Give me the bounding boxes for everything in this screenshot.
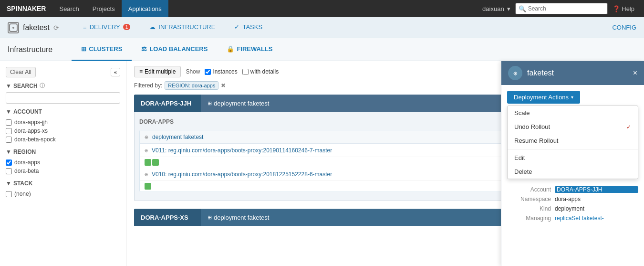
close-panel-button[interactable]: ×: [633, 69, 637, 77]
panel-title: ⎈ faketest: [508, 66, 554, 80]
stack-item-0: (none): [6, 190, 120, 198]
instances-checkbox[interactable]: [205, 69, 211, 75]
info-icon: ⓘ: [40, 82, 45, 89]
helm-panel-icon: ⎈: [508, 66, 522, 80]
global-search-input[interactable]: [528, 5, 604, 12]
info-row-kind: Kind deployment: [507, 204, 638, 213]
top-nav: SPINNAKER Search Projects Applications d…: [0, 0, 644, 17]
info-table: Account DORA-APPS-JJH Namespace dora-app…: [507, 185, 638, 223]
grid-icon: ⊞: [81, 45, 86, 53]
deploy-actions-container: Deployment Actions ▾ Scale Undo Rollout …: [507, 91, 638, 179]
expand-region-icon: ▼: [6, 149, 11, 155]
help-icon: ❓: [613, 5, 620, 12]
refresh-icon[interactable]: ⟳: [53, 24, 59, 32]
menu-item-scale[interactable]: Scale: [508, 106, 638, 120]
clear-all-button[interactable]: Clear All: [6, 67, 36, 77]
nav-search[interactable]: Search: [52, 0, 85, 17]
helm-icon-v011: ⎈: [145, 147, 148, 154]
account-item-1: dora-apps-xs: [6, 127, 120, 135]
region-item-0: dora-apps: [6, 158, 120, 167]
stack-checkbox-0[interactable]: [6, 191, 12, 197]
app-name-section: faketest ⟳: [8, 22, 59, 33]
svg-point-1: [12, 27, 14, 29]
section-title: Infrastructure: [8, 45, 52, 54]
region-item-1: dora-beta: [6, 167, 120, 175]
region-checkbox-1[interactable]: [6, 168, 12, 174]
tab-tasks[interactable]: ✓ TASKS: [225, 17, 272, 38]
instances-check-label: Instances: [205, 68, 237, 75]
account-item-0: dora-apps-jjh: [6, 118, 120, 127]
filter-tag: REGION: dora-apps: [165, 81, 218, 90]
account-checkbox-2[interactable]: [6, 137, 12, 143]
right-panel-header: ⎈ faketest ×: [501, 61, 644, 85]
expand-stack-icon: ▼: [6, 180, 11, 187]
expand-account-icon: ▼: [6, 108, 11, 115]
tab-clusters[interactable]: ⊞ CLUSTERS: [72, 38, 132, 61]
checkmark-icon: ✓: [626, 124, 631, 130]
balance-icon: ⚖: [141, 45, 147, 53]
region-checkbox-0[interactable]: [6, 160, 12, 166]
sidebar-search[interactable]: [6, 92, 120, 104]
info-row-managing: Managing replicaSet faketest-: [507, 213, 638, 223]
main-content: Clear All « ▼ SEARCH ⓘ ▼ ACCOUNT dora-ap…: [0, 61, 644, 266]
grid-small-icon: ⊞: [208, 100, 212, 106]
caret-icon: ▾: [571, 95, 573, 100]
deployment-actions-button[interactable]: Deployment Actions ▾: [507, 91, 580, 104]
sidebar-search-input[interactable]: [6, 92, 120, 104]
info-row-namespace: Namespace dora-apps: [507, 194, 638, 204]
list-icon: ≡: [83, 23, 87, 31]
chevron-down-icon: ▾: [507, 5, 510, 12]
menu-item-delete[interactable]: Delete: [508, 165, 638, 179]
app-tabs: ≡ DELIVERY 1 ☁ INFRASTRUCTURE ✓ TASKS: [73, 17, 272, 38]
help-link[interactable]: ❓ Help: [608, 5, 639, 12]
nav-projects[interactable]: Projects: [86, 0, 122, 17]
account-checkbox-0[interactable]: [6, 119, 12, 126]
collapse-sidebar-button[interactable]: «: [111, 68, 120, 76]
infra-tabs: ⊞ CLUSTERS ⚖ LOAD BALANCERS 🔒 FIREWALLS: [72, 38, 282, 61]
instance-block: [152, 159, 159, 166]
with-details-checkbox[interactable]: [242, 69, 249, 75]
delivery-badge: 1: [123, 24, 131, 30]
list-edit-icon: ≡: [139, 68, 143, 75]
sidebar-search-section: ▼ SEARCH ⓘ: [6, 82, 120, 104]
tab-infrastructure[interactable]: ☁ INFRASTRUCTURE: [140, 17, 225, 38]
nav-applications[interactable]: Applications: [122, 0, 168, 17]
with-details-check-label: with details: [242, 68, 279, 75]
tab-firewalls[interactable]: 🔒 FIREWALLS: [217, 38, 282, 61]
account-checkbox-1[interactable]: [6, 128, 12, 134]
username: daixuan: [482, 5, 504, 12]
instance-block: [145, 183, 151, 190]
expand-search-icon: ▼: [6, 83, 11, 89]
deployment-actions-menu: Scale Undo Rollout ✓ Resume Rollout Edit: [507, 106, 638, 179]
cloud-icon: ☁: [149, 23, 156, 31]
instance-block: [145, 159, 151, 166]
user-menu[interactable]: daixuan ▾: [478, 5, 515, 12]
right-panel-body: Deployment Actions ▾ Scale Undo Rollout …: [501, 85, 644, 229]
search-icon: 🔍: [519, 5, 526, 12]
tab-loadbalancers[interactable]: ⚖ LOAD BALANCERS: [132, 38, 217, 61]
menu-item-edit[interactable]: Edit: [508, 151, 638, 165]
lock-icon: 🔒: [227, 45, 234, 53]
global-search-box[interactable]: 🔍: [515, 3, 608, 14]
cluster-label-jjh: DORA-APPS-JJH: [134, 95, 201, 112]
helm-icon-v010: ⎈: [145, 171, 148, 178]
remove-filter-button[interactable]: ✖: [221, 82, 226, 89]
sidebar: Clear All « ▼ SEARCH ⓘ ▼ ACCOUNT dora-ap…: [0, 61, 126, 266]
sidebar-stack-section: ▼ STACK (none): [6, 180, 120, 198]
helm-small-icon: ⎈: [145, 133, 148, 140]
app-icon: [8, 22, 19, 33]
menu-item-resume-rollout[interactable]: Resume Rollout: [508, 134, 638, 148]
sidebar-region-section: ▼ REGION dora-apps dora-beta: [6, 149, 120, 175]
menu-divider: [508, 149, 638, 149]
sidebar-account-section: ▼ ACCOUNT dora-apps-jjh dora-apps-xs dor…: [6, 108, 120, 144]
info-row-account: Account DORA-APPS-JJH: [507, 185, 638, 194]
app-name-label: faketest: [23, 23, 50, 32]
tab-delivery[interactable]: ≡ DELIVERY 1: [73, 17, 140, 38]
cluster-label-xs: DORA-APPS-XS: [134, 209, 201, 226]
config-link[interactable]: CONFIG: [612, 24, 636, 31]
menu-item-undo-rollout[interactable]: Undo Rollout ✓: [508, 120, 638, 134]
sub-header: Infrastructure ⊞ CLUSTERS ⚖ LOAD BALANCE…: [0, 38, 644, 61]
right-panel: ⎈ faketest × Deployment Actions ▾ Scale …: [501, 61, 644, 266]
edit-multiple-button[interactable]: ≡ Edit multiple: [134, 66, 181, 77]
account-item-2: dora-beta-spock: [6, 135, 120, 144]
